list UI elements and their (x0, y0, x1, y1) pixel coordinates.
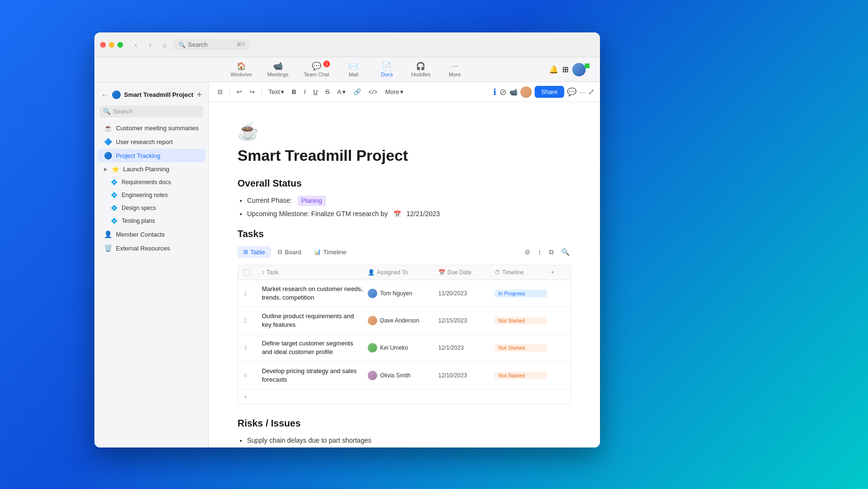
risk-item-1: Supply chain delays due to part shortage… (247, 436, 571, 446)
nav-label-workvivo: Workvivo (230, 72, 252, 77)
assignee-avatar-1 (368, 289, 377, 298)
col-due-label: Due Date (447, 269, 472, 276)
col-assigned-icon: 👤 (368, 269, 375, 276)
fullscreen-button[interactable]: ⤢ (588, 87, 594, 96)
project-tracking-icon: 🔵 (104, 152, 112, 159)
search-tasks-button[interactable]: 🔍 (559, 246, 571, 258)
code-button[interactable]: </> (366, 86, 381, 97)
sidebar-toggle-button[interactable]: ⊟ (215, 86, 226, 97)
task-num-1: 1 (244, 290, 258, 297)
tab-timeline[interactable]: 📊 Timeline (308, 246, 352, 258)
col-timeline: ⏱ Timeline (495, 269, 547, 276)
sidebar-item-label-external-resources: External Resources (116, 245, 170, 252)
current-phase-badge: Planing (298, 196, 326, 206)
col-add[interactable]: + (551, 269, 565, 276)
sidebar-add-button[interactable]: + (196, 90, 202, 100)
sidebar-search-bar[interactable]: 🔍 Search (99, 105, 204, 117)
nav-item-huddles[interactable]: 🎧 Huddles (403, 60, 438, 79)
tab-table[interactable]: ⊞ Table (238, 246, 271, 258)
sidebar-item-label-project-tracking: Project Tracking (116, 152, 160, 159)
close-button[interactable] (100, 42, 106, 48)
sidebar-item-external-resources[interactable]: 🗑️ External Resources (97, 241, 206, 255)
strikethrough-button[interactable]: S (322, 86, 332, 97)
options-button[interactable]: ··· (579, 88, 585, 96)
layout-button[interactable]: ⊞ (562, 65, 568, 74)
copy-tasks-button[interactable]: ⧉ (547, 246, 556, 258)
sidebar-item-project-tracking[interactable]: 🔵 Project Tracking (97, 149, 206, 162)
user-avatar[interactable] (572, 63, 586, 76)
sort-tasks-button[interactable]: ↕ (536, 246, 543, 258)
minimize-button[interactable] (109, 42, 114, 48)
undo-button[interactable]: ↩ (234, 86, 245, 97)
workvivo-icon: 🏠 (237, 62, 246, 71)
redo-button[interactable]: ↪ (247, 86, 258, 97)
text-color-button[interactable]: A ▾ (334, 86, 349, 97)
nav-item-meetings[interactable]: 📹 Meetings (259, 60, 296, 79)
assignee-name-3: Kei Umeko (380, 344, 408, 351)
sidebar-item-user-research[interactable]: 🔷 User research report (97, 135, 206, 148)
nav-item-workvivo[interactable]: 🏠 Workvivo (223, 60, 259, 79)
filter-button[interactable]: ⊘ (499, 87, 506, 97)
home-button[interactable]: ⌂ (159, 40, 170, 50)
testing-icon: 💠 (111, 218, 118, 224)
sidebar-item-member-contacts[interactable]: 👤 Member Contacts (97, 228, 206, 241)
sidebar-back-button[interactable]: ← (101, 91, 109, 99)
link-button[interactable]: 🔗 (351, 86, 364, 97)
tab-board[interactable]: ⊟ Board (272, 246, 307, 258)
nav-item-mail[interactable]: ✉️ Mail (337, 60, 370, 79)
task-name-4[interactable]: Develop pricing strategy and sales forec… (262, 367, 364, 384)
share-button[interactable]: Share (535, 86, 565, 98)
sidebar-item-requirements[interactable]: 💠 Requirements docs (97, 176, 206, 188)
design-specs-icon: 💠 (111, 205, 118, 211)
document-title[interactable]: Smart Treadmill Project (238, 147, 571, 165)
sidebar-item-label-launch-planning: Launch Planning (123, 166, 169, 173)
teamchat-icon: 💬 (312, 62, 321, 71)
title-bar: ‹ › ⌂ 🔍 Search ⌘F (94, 32, 600, 57)
video-button[interactable]: 📹 (509, 88, 517, 96)
project-icon: 🔵 (112, 90, 121, 99)
nav-item-teamchat[interactable]: 💬 1 Team Chat (296, 60, 337, 79)
search-icon: 🔍 (178, 42, 186, 48)
status-badge-1: In Progress (495, 290, 547, 297)
sidebar-item-testing[interactable]: 💠 Testing plans (97, 215, 206, 227)
task-name-3[interactable]: Define target customer segments and idea… (262, 339, 364, 356)
sidebar-item-customer-meeting[interactable]: ☕ Customer meeting summaries (97, 121, 206, 135)
table-row: 1 Market research on customer needs, tre… (238, 280, 571, 307)
due-date-2: 12/15/2023 (438, 317, 491, 324)
docs-icon: 📄 (382, 62, 392, 71)
header-checkbox[interactable] (244, 269, 250, 276)
text-style-button[interactable]: Text ▾ (266, 86, 287, 97)
sidebar-item-design-specs[interactable]: 💠 Design specs (97, 202, 206, 214)
forward-button[interactable]: › (145, 40, 155, 50)
table-row: 4 Develop pricing strategy and sales for… (238, 362, 571, 389)
task-name-2[interactable]: Outline product requirements and key fea… (262, 312, 364, 329)
task-name-1[interactable]: Market research on customer needs, trend… (262, 285, 364, 302)
sidebar-item-engineering[interactable]: 💠 Engineering notes (97, 189, 206, 201)
filter-tasks-button[interactable]: ⊘ (523, 246, 532, 258)
comment-button[interactable]: 💬 (567, 87, 577, 96)
requirements-icon: 💠 (111, 179, 118, 186)
sidebar-item-label-member-contacts: Member Contacts (116, 231, 165, 238)
bold-button[interactable]: B (289, 86, 299, 97)
sidebar-item-label-design-specs: Design specs (122, 205, 156, 211)
tasks-section: Tasks ⊞ Table ⊟ Board (238, 229, 571, 405)
notifications-button[interactable]: 🔔 (549, 65, 558, 74)
info-button[interactable]: ℹ (493, 87, 496, 97)
assignee-cell-1: Tom Nguyen (368, 289, 434, 298)
underline-button[interactable]: U (310, 86, 320, 97)
maximize-button[interactable] (117, 42, 123, 48)
italic-button[interactable]: I (301, 86, 309, 97)
nav-label-meetings: Meetings (267, 72, 289, 77)
back-button[interactable]: ‹ (131, 40, 141, 50)
more-icon: ··· (452, 62, 458, 71)
nav-item-docs[interactable]: 📄 Docs (370, 60, 403, 79)
global-search-bar[interactable]: 🔍 Search ⌘F (174, 39, 250, 50)
risks-list: Supply chain delays due to part shortage… (238, 436, 571, 447)
editor-content: ☕ Smart Treadmill Project Overall Status… (209, 102, 600, 447)
add-task-row[interactable]: + (238, 389, 571, 404)
nav-item-more[interactable]: ··· More (438, 60, 472, 79)
sidebar-item-launch-planning[interactable]: ▶ ⭐ Launch Planning (97, 163, 206, 176)
col-due: 📅 Due Date (438, 269, 491, 276)
table-row: 3 Define target customer segments and id… (238, 334, 571, 362)
more-button[interactable]: More ▾ (382, 86, 406, 97)
